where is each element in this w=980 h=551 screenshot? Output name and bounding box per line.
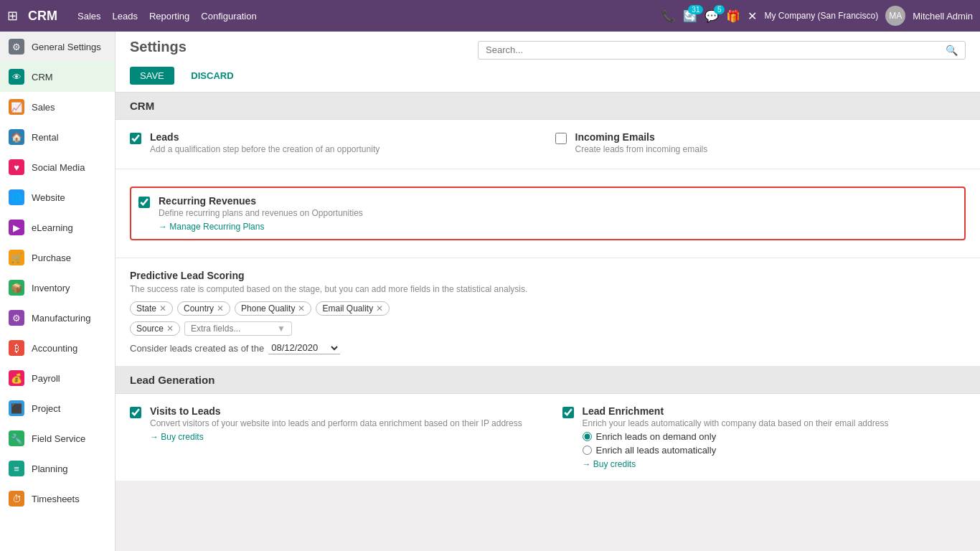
close-icon[interactable]: ✕ bbox=[748, 9, 757, 23]
incoming-emails-description: Create leads from incoming emails bbox=[575, 144, 708, 154]
extra-fields-input[interactable] bbox=[191, 324, 277, 334]
discard-button[interactable]: DISCARD bbox=[181, 67, 243, 85]
visits-to-leads-label: Visits to Leads bbox=[150, 405, 522, 417]
visits-to-leads-checkbox-wrap bbox=[130, 407, 141, 420]
sidebar: ⚙ General Settings 👁 CRM 📈 Sales 🏠 Renta… bbox=[0, 32, 116, 551]
leads-description: Add a qualification step before the crea… bbox=[150, 144, 380, 154]
leads-checkbox[interactable] bbox=[130, 133, 141, 144]
incoming-emails-checkbox[interactable] bbox=[555, 133, 567, 144]
project-icon: ⬛ bbox=[9, 400, 24, 416]
phone-icon[interactable]: 📞 bbox=[661, 9, 676, 23]
sidebar-item-planning[interactable]: ≡ Planning bbox=[0, 453, 115, 484]
manage-recurring-plans-link[interactable]: → Manage Recurring Plans bbox=[159, 222, 264, 232]
predictive-description: The success rate is computed based on th… bbox=[130, 284, 966, 294]
tag-email-quality-remove[interactable]: ✕ bbox=[376, 303, 383, 314]
social-media-icon: ♥ bbox=[9, 159, 24, 175]
lead-enrichment-checkbox[interactable] bbox=[562, 407, 574, 418]
leads-incoming-card: Leads Add a qualification step before th… bbox=[116, 120, 980, 169]
recurring-revenues-label: Recurring Revenues bbox=[159, 195, 363, 207]
general-settings-icon: ⚙ bbox=[9, 39, 24, 55]
incoming-emails-info: Incoming Emails Create leads from incomi… bbox=[575, 131, 708, 157]
recurring-revenues-checkbox[interactable] bbox=[138, 197, 150, 208]
sidebar-label-payroll: Payroll bbox=[32, 373, 60, 384]
tag-source-remove[interactable]: ✕ bbox=[166, 324, 174, 334]
lead-enrichment-info: Lead Enrichment Enrich your leads automa… bbox=[583, 405, 889, 469]
sidebar-label-inventory: Inventory bbox=[32, 283, 70, 293]
tag-country-remove[interactable]: ✕ bbox=[217, 303, 224, 314]
predictive-label: Predictive Lead Scoring bbox=[130, 270, 966, 281]
nav-leads[interactable]: Leads bbox=[113, 11, 138, 22]
sidebar-item-timesheets[interactable]: ⏱ Timesheets bbox=[0, 484, 115, 514]
nav-configuration[interactable]: Configuration bbox=[201, 11, 256, 22]
sidebar-label-planning: Planning bbox=[32, 463, 68, 474]
lead-enrichment-col: Lead Enrichment Enrich your leads automa… bbox=[562, 405, 966, 469]
leads-info: Leads Add a qualification step before th… bbox=[150, 131, 380, 157]
gift-icon[interactable]: 🎁 bbox=[726, 9, 740, 23]
radio-automatic-label: Enrich all leads automatically bbox=[596, 445, 717, 456]
activity-icon[interactable]: 🔄 31 bbox=[683, 9, 697, 23]
sidebar-item-accounting[interactable]: ₿ Accounting bbox=[0, 333, 115, 363]
date-row: Consider leads created as of the 08/12/2… bbox=[130, 342, 966, 354]
sidebar-item-project[interactable]: ⬛ Project bbox=[0, 393, 115, 423]
website-icon: 🌐 bbox=[9, 189, 24, 205]
radio-on-demand[interactable] bbox=[583, 432, 592, 441]
sidebar-label-project: Project bbox=[32, 403, 60, 414]
sidebar-item-rental[interactable]: 🏠 Rental bbox=[0, 122, 115, 152]
sidebar-item-field-service[interactable]: 🔧 Field Service bbox=[0, 423, 115, 453]
recurring-revenues-card: Recurring Revenues Define recurring plan… bbox=[116, 169, 980, 258]
tag-country: Country ✕ bbox=[177, 301, 230, 316]
radio-option-on-demand: Enrich leads on demand only bbox=[583, 431, 889, 442]
sidebar-label-website: Website bbox=[32, 192, 65, 203]
visits-to-leads-checkbox[interactable] bbox=[130, 407, 141, 418]
tag-state-remove[interactable]: ✕ bbox=[159, 303, 166, 314]
nav-sales[interactable]: Sales bbox=[77, 11, 101, 22]
sidebar-item-sales[interactable]: 📈 Sales bbox=[0, 92, 115, 122]
sidebar-label-manufacturing: Manufacturing bbox=[32, 313, 90, 324]
field-service-icon: 🔧 bbox=[9, 430, 24, 446]
crm-icon: 👁 bbox=[9, 69, 24, 85]
sidebar-item-general-settings[interactable]: ⚙ General Settings bbox=[0, 32, 115, 62]
sidebar-label-social-media: Social Media bbox=[32, 162, 85, 173]
radio-on-demand-label: Enrich leads on demand only bbox=[596, 431, 717, 442]
lead-enrichment-checkbox-wrap bbox=[562, 407, 574, 420]
rental-icon: 🏠 bbox=[9, 129, 24, 145]
sidebar-label-crm: CRM bbox=[32, 72, 53, 83]
sidebar-item-crm[interactable]: 👁 CRM bbox=[0, 62, 115, 92]
radio-automatic[interactable] bbox=[583, 446, 592, 455]
manufacturing-icon: ⚙ bbox=[9, 310, 24, 326]
recurring-revenues-setting: Recurring Revenues Define recurring plan… bbox=[130, 187, 966, 240]
sidebar-item-inventory[interactable]: 📦 Inventory bbox=[0, 273, 115, 303]
grid-icon[interactable]: ⊞ bbox=[7, 8, 18, 24]
lead-generation-card: Visits to Leads Convert visitors of your… bbox=[116, 394, 980, 481]
incoming-emails-label: Incoming Emails bbox=[575, 131, 708, 143]
sidebar-item-payroll[interactable]: 💰 Payroll bbox=[0, 363, 115, 393]
search-input[interactable] bbox=[486, 44, 946, 55]
lead-enrichment-description: Enrich your leads automatically with com… bbox=[583, 418, 889, 428]
incoming-emails-setting: Incoming Emails Create leads from incomi… bbox=[555, 131, 966, 157]
extra-fields-dropdown-icon[interactable]: ▼ bbox=[277, 324, 286, 334]
app-name: CRM bbox=[28, 9, 57, 24]
sidebar-item-manufacturing[interactable]: ⚙ Manufacturing bbox=[0, 303, 115, 333]
sidebar-item-elearning[interactable]: ▶ eLearning bbox=[0, 212, 115, 242]
tag-phone-quality-remove[interactable]: ✕ bbox=[298, 303, 305, 314]
settings-title: Settings bbox=[130, 39, 187, 55]
inventory-icon: 📦 bbox=[9, 280, 24, 296]
sidebar-item-purchase[interactable]: 🛒 Purchase bbox=[0, 242, 115, 273]
sidebar-item-social-media[interactable]: ♥ Social Media bbox=[0, 152, 115, 182]
nav-reporting[interactable]: Reporting bbox=[149, 11, 189, 22]
sidebar-label-general-settings: General Settings bbox=[32, 42, 101, 52]
radio-option-automatic: Enrich all leads automatically bbox=[583, 445, 889, 456]
save-button[interactable]: SAVE bbox=[130, 67, 174, 85]
tag-state: State ✕ bbox=[130, 301, 173, 316]
avatar[interactable]: MA bbox=[885, 6, 905, 26]
chat-icon[interactable]: 💬 5 bbox=[705, 9, 719, 23]
date-select[interactable]: 08/12/2020 bbox=[268, 342, 340, 354]
visits-to-leads-setting: Visits to Leads Convert visitors of your… bbox=[130, 405, 534, 442]
sidebar-label-sales: Sales bbox=[32, 102, 55, 113]
search-icon[interactable]: 🔍 bbox=[946, 44, 958, 56]
buy-credits-link-enrichment[interactable]: → Buy credits bbox=[583, 459, 636, 469]
visits-to-leads-description: Convert visitors of your website into le… bbox=[150, 418, 522, 428]
chat-badge: 5 bbox=[714, 5, 725, 14]
sidebar-item-website[interactable]: 🌐 Website bbox=[0, 182, 115, 212]
buy-credits-link-visits[interactable]: → Buy credits bbox=[150, 432, 204, 442]
